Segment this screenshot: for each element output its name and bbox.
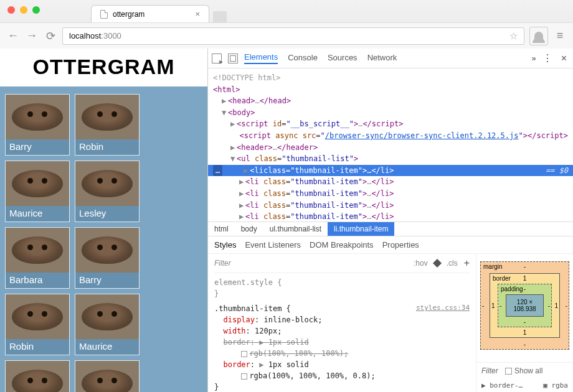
computed-properties[interactable]: ▶ border-… ▣ rgba — [476, 379, 573, 392]
browser-tab[interactable]: ottergram × — [91, 5, 209, 22]
hov-toggle[interactable]: :hov — [414, 259, 428, 268]
zoom-window-icon[interactable] — [32, 6, 40, 14]
window-traffic-lights — [0, 0, 47, 14]
diamond-icon[interactable] — [433, 259, 442, 268]
thumbnail-image — [75, 161, 139, 206]
tab-title: ottergram — [113, 10, 144, 19]
thumbnail-item[interactable]: Barry — [5, 94, 70, 156]
computed-sidebar: margin ---- border 1111 padding ---- 120… — [476, 254, 573, 392]
thumbnail-item[interactable]: Barbara — [5, 227, 70, 289]
devtools-toolbar: ElementsConsoleSourcesNetwork » ⋮ × — [208, 49, 573, 68]
forward-button[interactable]: → — [25, 29, 39, 42]
address-bar[interactable]: localhost:3000 ☆ — [62, 27, 524, 45]
dom-selected-node[interactable]: …▶<li class="thumbnail-item">…</li>== $0 — [208, 165, 573, 177]
browser-chrome: ottergram × ← → ⟳ localhost:3000 ☆ ≡ — [0, 0, 573, 49]
styles-tab[interactable]: DOM Breakpoints — [310, 240, 374, 250]
thumbnail-image — [75, 294, 139, 339]
thumbnail-image — [6, 228, 69, 273]
new-style-rule-icon[interactable]: + — [464, 258, 470, 269]
thumbnail-caption: Robin — [6, 339, 69, 355]
devtools-tab-network[interactable]: Network — [367, 53, 397, 63]
thumbnail-item[interactable]: Robin — [5, 294, 70, 355]
breadcrumb[interactable]: html — [208, 222, 235, 236]
page-icon — [100, 10, 108, 19]
close-window-icon[interactable] — [7, 6, 15, 14]
devtools-close-icon[interactable]: × — [559, 53, 569, 64]
styles-panel-tabs: StylesEvent ListenersDOM BreakpointsProp… — [208, 236, 573, 254]
device-toolbar-icon[interactable] — [228, 54, 238, 63]
user-icon — [534, 32, 543, 40]
cls-toggle[interactable]: .cls — [447, 259, 458, 268]
thumbnail-image — [6, 361, 69, 392]
styles-filter-bar: Filter :hov .cls + — [214, 256, 470, 273]
rendered-page: OTTERGRAM BarryRobinMauriceLesleyBarbara… — [0, 49, 207, 392]
breadcrumb[interactable]: ul.thumbnail-list — [263, 222, 328, 236]
tab-bar: ottergram × — [47, 0, 573, 22]
thumbnail-caption: Lesley — [75, 206, 139, 222]
back-button[interactable]: ← — [6, 29, 20, 42]
breadcrumb[interactable]: body — [235, 222, 263, 236]
devtools-tab-elements[interactable]: Elements — [244, 52, 278, 64]
thumbnail-item[interactable]: Maurice — [75, 294, 140, 355]
thumbnail-list: BarryRobinMauriceLesleyBarbaraBarryRobin… — [0, 86, 207, 392]
bookmark-star-icon[interactable]: ☆ — [509, 30, 518, 42]
styles-pane: Filter :hov .cls + element.style { } sty… — [208, 254, 476, 392]
dom-doctype: <!DOCTYPE html> — [213, 72, 568, 84]
page-header: OTTERGRAM — [0, 49, 207, 86]
styles-tab[interactable]: Styles — [214, 240, 236, 250]
reload-button[interactable]: ⟳ — [44, 29, 57, 43]
overflow-panels-icon[interactable]: » — [531, 54, 536, 63]
breadcrumb[interactable]: li.thumbnail-item — [328, 222, 394, 236]
thumbnail-item[interactable]: Barbara — [75, 360, 140, 392]
color-swatch-icon[interactable] — [241, 373, 247, 380]
close-tab-icon[interactable]: × — [195, 9, 200, 19]
styles-filter-input[interactable]: Filter — [214, 259, 407, 268]
page-title: OTTERGRAM — [0, 55, 207, 79]
thumbnail-image — [6, 95, 69, 139]
show-all-checkbox[interactable] — [505, 368, 512, 375]
styles-tab[interactable]: Properties — [382, 240, 419, 250]
thumbnail-caption: Maurice — [75, 339, 139, 355]
browser-menu-icon[interactable]: ≡ — [553, 29, 567, 42]
thumbnail-caption: Maurice — [6, 206, 69, 222]
devtools: ElementsConsoleSourcesNetwork » ⋮ × <!DO… — [207, 49, 573, 392]
devtools-panel-tabs: ElementsConsoleSourcesNetwork — [244, 52, 525, 64]
thumbnail-item[interactable]: Robin — [75, 94, 140, 156]
devtools-tab-console[interactable]: Console — [288, 53, 318, 63]
thumbnail-caption: Barbara — [6, 273, 69, 288]
url-host: localhost — [69, 31, 101, 40]
thumbnail-caption: Barry — [6, 139, 69, 155]
css-rules[interactable]: element.style { } styles.css:34 .thumbna… — [214, 273, 470, 392]
thumbnail-item[interactable]: Barry — [75, 227, 140, 289]
dom-breadcrumbs: htmlbodyul.thumbnail-listli.thumbnail-it… — [208, 222, 573, 236]
color-swatch-icon[interactable] — [241, 351, 247, 357]
thumbnail-item[interactable]: Lesley — [75, 161, 140, 222]
computed-filter-input[interactable]: Filter — [481, 366, 498, 375]
url-path: :3000 — [101, 31, 121, 40]
thumbnail-image — [75, 228, 139, 273]
devtools-menu-icon[interactable]: ⋮ — [542, 52, 552, 64]
new-tab-button[interactable] — [213, 11, 227, 22]
thumbnail-caption: Barry — [75, 273, 139, 288]
minimize-window-icon[interactable] — [20, 6, 27, 14]
thumbnail-image — [6, 294, 69, 339]
devtools-tab-sources[interactable]: Sources — [328, 53, 358, 63]
profile-button[interactable] — [529, 27, 548, 45]
nav-toolbar: ← → ⟳ localhost:3000 ☆ ≡ — [0, 22, 573, 49]
thumbnail-item[interactable]: Maurice — [5, 161, 70, 222]
thumbnail-caption: Robin — [75, 139, 139, 155]
dom-tree[interactable]: <!DOCTYPE html> <html> ▶<head>…</head> ▼… — [208, 68, 573, 222]
box-model-content: 120 × 108.938 — [506, 294, 544, 317]
inspect-element-icon[interactable] — [212, 54, 222, 63]
box-model[interactable]: margin ---- border 1111 padding ---- 120… — [476, 254, 573, 357]
thumbnail-image — [6, 161, 69, 206]
rule-source-link[interactable]: styles.css:34 — [416, 303, 470, 314]
thumbnail-item[interactable]: Lesley — [5, 360, 70, 392]
thumbnail-image — [75, 95, 139, 139]
thumbnail-image — [75, 361, 139, 392]
styles-tab[interactable]: Event Listeners — [245, 240, 301, 250]
